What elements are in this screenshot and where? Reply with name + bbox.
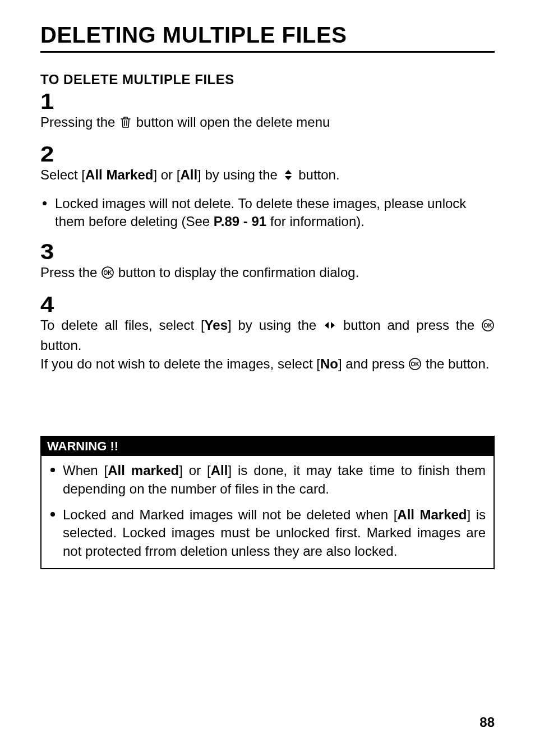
step-2-post: button. xyxy=(298,167,339,182)
ok-icon xyxy=(481,319,495,336)
w1-mid: ] or [ xyxy=(179,463,210,478)
ok-icon xyxy=(101,266,114,284)
w1-pre: When [ xyxy=(63,463,108,478)
step-4-l1-mid2: button and press the xyxy=(343,317,481,333)
page-title: DELETING MULTIPLE FILES xyxy=(40,22,495,53)
leftright-icon xyxy=(323,319,336,336)
step-4-l1-pre: To delete all files, select [ xyxy=(40,317,205,333)
step-2-sub-item: Locked images will not delete. To delete… xyxy=(40,195,495,231)
step-4-l1-b: Yes xyxy=(205,317,228,333)
step-1-text-post: button will open the delete menu xyxy=(136,114,330,130)
step-2-mid1: ] or [ xyxy=(153,167,180,182)
step-2-sub-post: for information). xyxy=(266,214,365,229)
step-number-2: 2 xyxy=(40,144,535,165)
w1-b1: All marked xyxy=(108,463,179,478)
ok-icon xyxy=(408,357,422,375)
trash-icon xyxy=(119,116,132,133)
step-2-mid2: ] by using the xyxy=(197,167,281,182)
step-4-line-2: If you do not wish to delete the images,… xyxy=(40,355,495,375)
step-number-1: 1 xyxy=(40,91,535,112)
warning-header: WARNING !! xyxy=(41,437,494,456)
warning-item-1: When [All marked] or [All] is done, it m… xyxy=(49,462,486,498)
step-2-b2: All xyxy=(180,167,197,182)
step-number-4: 4 xyxy=(40,294,535,315)
step-4-l1-post: button. xyxy=(40,338,81,353)
w2-b1: All Marked xyxy=(397,507,467,522)
step-4-l1-mid: ] by using the xyxy=(228,317,323,333)
step-2-b1: All Marked xyxy=(85,167,153,182)
w2-pre: Locked and Marked images will not be del… xyxy=(63,507,397,522)
step-1-body: Pressing the button will open the delete… xyxy=(40,113,495,133)
updown-icon xyxy=(282,168,295,186)
step-number-3: 3 xyxy=(40,241,535,262)
section-title: TO DELETE MULTIPLE FILES xyxy=(40,72,495,87)
step-4-l2-pre: If you do not wish to delete the images,… xyxy=(40,356,320,371)
warning-box: WARNING !! When [All marked] or [All] is… xyxy=(40,436,495,569)
step-4-l2-mid: ] and press xyxy=(338,356,408,371)
step-4-l2-post: the button. xyxy=(426,356,489,371)
step-2-body: Select [All Marked] or [All] by using th… xyxy=(40,166,495,186)
step-3-body: Press the button to display the confirma… xyxy=(40,264,495,284)
step-2-sub-bold: P.89 - 91 xyxy=(214,214,266,229)
page-number: 88 xyxy=(479,714,495,730)
step-1-text-pre: Pressing the xyxy=(40,114,119,130)
warning-item-2: Locked and Marked images will not be del… xyxy=(49,506,486,560)
w1-b2: All xyxy=(211,463,228,478)
step-2-pre: Select [ xyxy=(40,167,85,182)
step-2-sublist: Locked images will not delete. To delete… xyxy=(40,195,495,231)
step-3-post: button to display the confirmation dialo… xyxy=(118,265,359,280)
step-3-pre: Press the xyxy=(40,265,101,280)
step-4-l2-b: No xyxy=(320,356,338,371)
step-4-line-1: To delete all files, select [Yes] by usi… xyxy=(40,316,495,355)
warning-body: When [All marked] or [All] is done, it m… xyxy=(41,456,494,568)
